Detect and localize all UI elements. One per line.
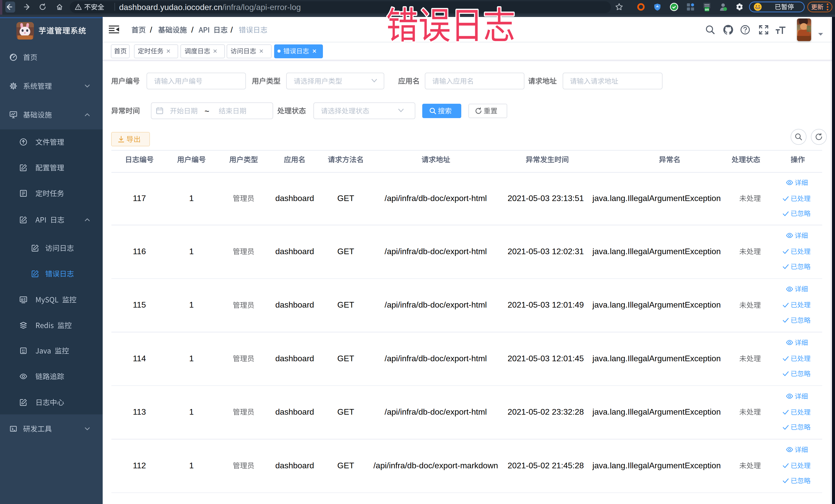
svg-text:on: on	[705, 7, 709, 11]
